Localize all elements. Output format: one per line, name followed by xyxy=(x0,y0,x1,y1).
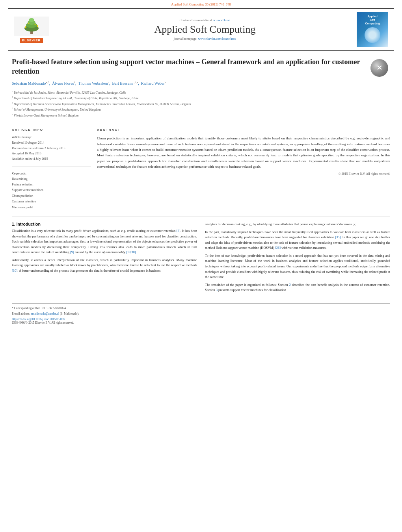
sciencedirect-link[interactable]: ScienceDirect xyxy=(213,19,231,22)
homepage-line: journal homepage: www.elsevier.com/locat… xyxy=(59,37,351,41)
journal-center: Contents lists available at ScienceDirec… xyxy=(59,19,351,41)
svg-point-7 xyxy=(28,23,29,24)
divider-info xyxy=(12,167,91,167)
keywords-block: Keywords: Data mining Feature selection … xyxy=(12,172,91,210)
svg-point-8 xyxy=(34,24,35,25)
intro-col2-para-3: To the best of our knowledge, profit-dri… xyxy=(205,253,390,280)
svg-point-5 xyxy=(25,26,26,28)
article-history-block: Article history: Received 10 August 2014… xyxy=(12,135,91,161)
svg-point-6 xyxy=(37,25,38,27)
email-note: E-mail address: smaldonado@uandes.cl (S.… xyxy=(12,311,390,316)
article-info-column: Article Info Article history: Received 1… xyxy=(12,128,91,210)
copyright: © 2015 Elsevier B.V. All rights reserved… xyxy=(97,172,390,176)
corresponding-author-note: * Corresponding author. Tel.: +56 226181… xyxy=(12,306,390,311)
ref-section-3[interactable]: 3 xyxy=(216,288,218,292)
author-baesens[interactable]: Bart Baesens xyxy=(112,81,133,85)
elsevier-wordmark: ELSEVIER xyxy=(20,38,43,43)
keyword-3: Support vector machines xyxy=(12,187,91,193)
ref-3[interactable]: [3] xyxy=(177,229,181,233)
intro-col-left: 1. Introduction Classification is a very… xyxy=(12,222,197,295)
ref-10[interactable]: [10] xyxy=(12,269,17,272)
svg-point-4 xyxy=(29,18,34,22)
keyword-1: Data mining xyxy=(12,176,91,182)
intro-col-right: analytics for decision-making, e.g., by … xyxy=(205,222,390,295)
intro-col2-para-4: The remainder of the paper is organized … xyxy=(205,282,390,293)
accepted: Accepted 16 May 2015 xyxy=(12,151,91,156)
abstract-body: Churn prediction is an important applica… xyxy=(97,135,390,169)
citation-bar: Applied Soft Computing 35 (2015) 740–748 xyxy=(0,0,402,8)
logo-circle xyxy=(365,27,380,43)
ref-section-2[interactable]: 2 xyxy=(289,283,290,287)
intro-para-1: Classification is a very relevant task i… xyxy=(12,228,197,255)
ref-35[interactable]: [35] xyxy=(335,235,341,239)
elsevier-logo: ELSEVIER xyxy=(12,17,55,43)
contents-line: Contents lists available at ScienceDirec… xyxy=(59,19,351,22)
crossmark-badge: ⨯ xyxy=(370,59,388,77)
journal-title: Applied Soft Computing xyxy=(59,24,351,35)
ref-26[interactable]: [26] xyxy=(275,246,281,250)
crossmark-icon[interactable]: ⨯ xyxy=(368,57,390,79)
introduction-section: 1. Introduction Classification is a very… xyxy=(12,222,390,295)
ref-9[interactable]: [9] xyxy=(70,250,74,254)
divider-1 xyxy=(12,123,390,123)
abstract-column: Abstract Churn prediction is an importan… xyxy=(97,128,390,210)
article-info-heading: Article Info xyxy=(12,128,91,133)
keyword-2: Feature selection xyxy=(12,182,91,187)
doi-link[interactable]: http://dx.doi.org/10.1016/j.asoc.2015.05… xyxy=(12,317,390,321)
journal-logo-box: Applied Soft Computing xyxy=(355,12,390,47)
author-maldonado[interactable]: Sebastián Maldonado xyxy=(12,81,46,85)
journal-logo-graphic: Applied Soft Computing xyxy=(357,12,388,47)
elsevier-tree-icon xyxy=(14,17,49,36)
email-link[interactable]: smaldonado@uandes.cl xyxy=(31,312,59,315)
intro-col2-para-1: analytics for decision-making, e.g., by … xyxy=(205,222,390,227)
info-abstract-section: Article Info Article history: Received 1… xyxy=(12,128,390,210)
ref-19-30[interactable]: [19,30] xyxy=(126,250,136,254)
received-1: Received 10 August 2014 xyxy=(12,140,91,146)
citation-text: Applied Soft Computing 35 (2015) 740–748 xyxy=(171,2,231,6)
affiliations: a Universidad de los Andes, Mons. Álvaro… xyxy=(12,90,390,118)
author-flores[interactable]: Álvaro Flores xyxy=(52,81,74,85)
keywords-label: Keywords: xyxy=(12,172,91,175)
logo-text: Applied Soft Computing xyxy=(365,15,380,25)
author-verbraken[interactable]: Thomas Verbraken xyxy=(78,81,108,85)
history-label: Article history: xyxy=(12,135,91,139)
issn-line: 1568-4946/© 2015 Elsevier B.V. All right… xyxy=(12,321,390,324)
divider-2 xyxy=(12,217,390,217)
author-weber[interactable]: Richard Weber xyxy=(141,81,165,85)
homepage-link[interactable]: www.elsevier.com/locate/asoc xyxy=(198,37,236,41)
footer: * Corresponding author. Tel.: +56 226181… xyxy=(12,303,390,324)
intro-para-2: Additionally, it allows a better interpr… xyxy=(12,258,197,274)
available-online: Available online 4 July 2015 xyxy=(12,156,91,162)
keyword-6: Maximum profit xyxy=(12,205,91,210)
journal-header: ELSEVIER Contents lists available at Sci… xyxy=(8,8,394,51)
abstract-heading: Abstract xyxy=(97,128,390,133)
received-revised: Received in revised form 2 February 2015 xyxy=(12,146,91,151)
keyword-5: Customer retention xyxy=(12,199,91,204)
intro-col2-para-2: In the past, statistically inspired tech… xyxy=(205,230,390,251)
intro-section-title: 1. Introduction xyxy=(12,222,197,226)
article-area: Profit-based feature selection using sup… xyxy=(0,51,402,299)
article-title: Profit-based feature selection using sup… xyxy=(12,57,390,76)
page: Applied Soft Computing 35 (2015) 740–748 xyxy=(0,0,402,532)
keyword-4: Churn prediction xyxy=(12,193,91,199)
authors-line: Sebastián Maldonadoa,*, Álvaro Floresb, … xyxy=(12,80,390,87)
